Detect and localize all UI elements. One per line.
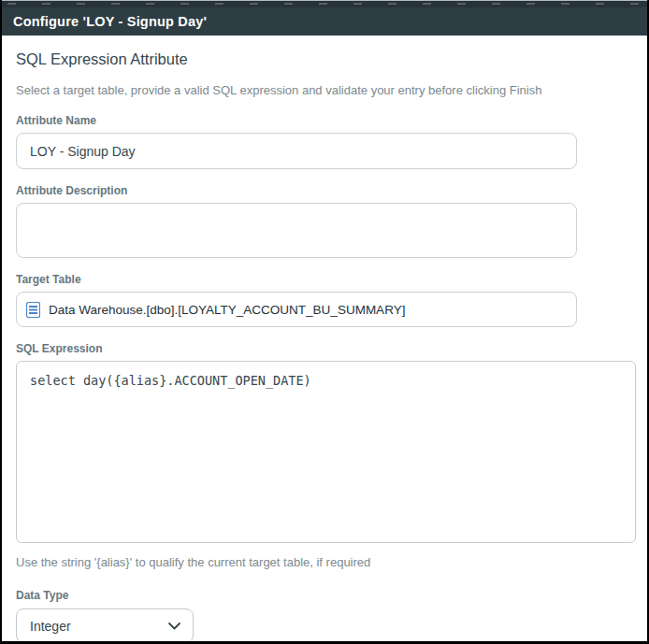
document-icon: [26, 302, 40, 318]
configure-attribute-dialog: Configure 'LOY - Signup Day' SQL Express…: [0, 0, 649, 644]
target-table-field[interactable]: Data Warehouse.[dbo].[LOYALTY_ACCOUNT_BU…: [16, 292, 577, 327]
page-title: SQL Expression Attribute: [16, 50, 634, 68]
data-type-label: Data Type: [16, 589, 634, 602]
sql-expression-input[interactable]: select day({alias}.ACCOUNT_OPEN_DATE): [16, 361, 636, 543]
sql-expression-label: SQL Expression: [16, 342, 634, 355]
attribute-name-input[interactable]: [16, 133, 577, 169]
data-type-select[interactable]: Integer: [16, 608, 194, 643]
alias-hint-text: Use the string '{alias}' to qualify the …: [16, 555, 634, 570]
attribute-description-label: Attribute Description: [16, 184, 634, 197]
background-page-edge: [2, 0, 647, 7]
target-table-value: Data Warehouse.[dbo].[LOYALTY_ACCOUNT_BU…: [49, 303, 405, 317]
dialog-title: Configure 'LOY - Signup Day': [13, 14, 207, 29]
chevron-down-icon: [168, 623, 180, 630]
attribute-description-input[interactable]: [16, 203, 577, 258]
data-type-selected-value: Integer: [30, 619, 71, 634]
attribute-name-label: Attribute Name: [16, 114, 634, 127]
instructions-text: Select a target table, provide a valid S…: [16, 83, 634, 98]
target-table-label: Target Table: [16, 273, 634, 286]
dialog-body: SQL Expression Attribute Select a target…: [2, 50, 647, 643]
dialog-header: Configure 'LOY - Signup Day': [2, 7, 647, 36]
